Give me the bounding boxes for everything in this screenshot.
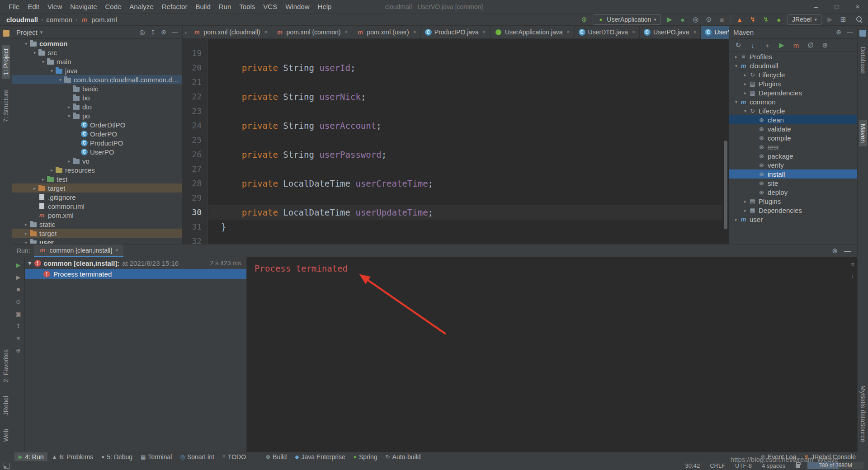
chevron-right-icon[interactable]: ▸ xyxy=(742,81,749,86)
code-line[interactable] xyxy=(221,234,722,244)
tool-button-java-enterprise[interactable]: ◆Java Enterprise xyxy=(291,452,349,461)
project-tree-item-main[interactable]: ▾main xyxy=(12,57,182,66)
layout-icon[interactable]: ⊞ xyxy=(839,15,848,24)
tool-button-5-debug[interactable]: ●5: Debug xyxy=(97,452,137,461)
tool-button-todo[interactable]: ≡TODO xyxy=(218,452,250,461)
line-ending-indicator[interactable]: CRLF xyxy=(705,462,730,469)
maven-tree-item-lifecycle[interactable]: ▾↻Lifecycle xyxy=(729,106,857,115)
project-tree-item-orderdtlpo[interactable]: COrderDtlPO xyxy=(12,120,182,129)
close-icon[interactable]: × xyxy=(632,29,635,35)
editor-tab-userdto-java[interactable]: CUserDTO.java× xyxy=(575,26,640,39)
stripe-item-2-favorites[interactable]: 2: Favorites xyxy=(2,346,10,386)
chevron-down-icon[interactable]: ▾ xyxy=(31,50,38,55)
menu-tools[interactable]: Tools xyxy=(235,1,259,12)
tool-button-build[interactable]: ⊛Build xyxy=(262,452,291,461)
project-tree-item-java[interactable]: ▾java xyxy=(12,66,182,75)
menu-vcs[interactable]: VCS xyxy=(259,1,281,12)
search-everywhere-icon[interactable] xyxy=(856,16,863,23)
chevron-right-icon[interactable]: ▸ xyxy=(742,208,749,213)
stripe-item-maven[interactable]: Maven xyxy=(859,120,867,146)
hide-panel-icon[interactable]: — xyxy=(172,28,178,36)
chevron-down-icon[interactable]: ▾ xyxy=(28,259,32,267)
menu-code[interactable]: Code xyxy=(101,1,125,12)
rerun-icon[interactable]: ▶ xyxy=(14,261,23,269)
maven-tree-item-install[interactable]: ⊛install xyxy=(729,169,857,179)
chevron-down-icon[interactable]: ▾ xyxy=(733,63,740,68)
breadcrumb-item-common[interactable]: common xyxy=(46,16,72,24)
chevron-right-icon[interactable]: ▸ xyxy=(733,54,740,59)
breadcrumb-item-cloudmall[interactable]: cloudmall xyxy=(6,16,38,24)
maven-tree-item-site[interactable]: ⊛site xyxy=(729,179,857,188)
editor-tab-pom-xml-common[interactable]: mpom.xml (common)× xyxy=(272,26,353,39)
chevron-right-icon[interactable]: ▸ xyxy=(66,104,72,109)
maven-tree-item-dependencies[interactable]: ▸▦Dependencies xyxy=(729,206,857,215)
chevron-right-icon[interactable]: ▸ xyxy=(23,231,29,236)
project-tree-item-bo[interactable]: bo xyxy=(12,93,182,102)
maven-tree-item-test[interactable]: ⊛test xyxy=(729,142,857,151)
run-config-combo[interactable]: ●UserApplication▾ xyxy=(593,14,661,25)
chevron-down-icon[interactable]: ▾ xyxy=(23,41,29,46)
code-line[interactable]: private String userId; xyxy=(221,61,722,75)
run-tree-root[interactable]: ▾ ! common [clean,install]: at 2021/8/23… xyxy=(25,257,246,269)
close-button[interactable]: × xyxy=(847,0,868,13)
close-icon[interactable]: × xyxy=(413,29,416,35)
code-line[interactable]: private String userAccount; xyxy=(221,118,722,133)
code-line[interactable] xyxy=(221,191,722,205)
project-tree-item-productpo[interactable]: CProductPO xyxy=(12,138,182,147)
lock-icon[interactable] xyxy=(796,464,800,468)
maven-tree-item-clean[interactable]: ⊛clean xyxy=(729,115,857,124)
stripe-item-1-project[interactable]: 1: Project xyxy=(2,45,10,79)
close-icon[interactable]: × xyxy=(264,29,268,35)
coverage-button[interactable]: ◎ xyxy=(691,15,700,24)
chevron-right-icon[interactable]: ▸ xyxy=(742,90,749,95)
project-tree-item-common[interactable]: ▾common xyxy=(12,39,182,48)
settings-icon[interactable]: ⊛ xyxy=(832,247,838,255)
build-project-icon[interactable]: ⊛ xyxy=(580,15,589,24)
maven-tree-item-package[interactable]: ⊛package xyxy=(729,151,857,160)
chevron-right-icon[interactable]: ▸ xyxy=(48,168,55,173)
menu-run[interactable]: Run xyxy=(215,1,236,12)
filter-icon[interactable]: ⊙ xyxy=(14,297,23,306)
run-tab[interactable]: m common [clean,install] × xyxy=(34,244,124,257)
chevron-down-icon[interactable]: ▾ xyxy=(40,29,43,35)
rerun-failed-icon[interactable]: ▶ xyxy=(14,273,23,281)
menu-build[interactable]: Build xyxy=(191,1,214,12)
chevron-down-icon[interactable]: ▾ xyxy=(742,108,749,113)
menu-help[interactable]: Help xyxy=(314,1,336,12)
menu-view[interactable]: View xyxy=(43,1,66,12)
run-maven-goal-icon[interactable]: ▶ xyxy=(777,41,786,50)
code-line[interactable] xyxy=(221,104,722,118)
code-line[interactable] xyxy=(221,75,722,89)
project-tree-item-resources[interactable]: ▸resources xyxy=(12,165,182,174)
spring-reload-icon[interactable]: ↯ xyxy=(761,15,770,24)
run-tree-item-process-terminated[interactable]: ! Process terminated xyxy=(25,269,246,279)
tool-button-terminal[interactable]: ▤Terminal xyxy=(137,452,176,461)
editor-tab-userapplication-java[interactable]: UserApplication.java× xyxy=(491,26,575,39)
project-tree-item-gitignore[interactable]: .gitignore xyxy=(12,193,182,202)
settings-icon[interactable]: ⊛ xyxy=(836,28,841,36)
maven-tree-item-lifecycle[interactable]: ▸↻Lifecycle xyxy=(729,70,857,79)
project-tree-item-orderpo[interactable]: COrderPO xyxy=(12,129,182,138)
maven-tree-item-common[interactable]: ▾mcommon xyxy=(729,97,857,106)
tool-window-switcher-icon[interactable] xyxy=(4,463,9,469)
menu-analyze[interactable]: Analyze xyxy=(125,1,157,12)
project-tree-item-userpo[interactable]: CUserPO xyxy=(12,147,182,156)
scroll-tabs-left-icon[interactable]: ‹ xyxy=(183,29,189,36)
chevron-right-icon[interactable]: ▸ xyxy=(733,217,740,222)
code-line[interactable]: private LocalDateTime userCreateTime; xyxy=(221,176,722,191)
maven-tree-item-dependencies[interactable]: ▸▦Dependencies xyxy=(729,88,857,97)
project-tree-item-test[interactable]: ▸test xyxy=(12,174,182,183)
code-line[interactable]: private LocalDateTime userUpdateTime; xyxy=(221,205,722,220)
tool-button-4-run[interactable]: ▶4: Run xyxy=(14,452,47,461)
chevron-down-icon[interactable]: ▾ xyxy=(40,59,47,64)
maven-tree-item-compile[interactable]: ⊛compile xyxy=(729,133,857,142)
menu-file[interactable]: File xyxy=(5,1,24,12)
run-button[interactable]: ▶ xyxy=(665,15,674,24)
bookmark-icon[interactable] xyxy=(3,30,9,37)
scroll-to-end-icon[interactable]: ↓ xyxy=(851,272,854,279)
maven-tree-item-plugins[interactable]: ▸▤Plugins xyxy=(729,197,857,206)
menu-navigate[interactable]: Navigate xyxy=(66,1,101,12)
minimize-button[interactable]: – xyxy=(806,0,826,13)
pin-icon[interactable]: ⊕ xyxy=(14,346,23,354)
close-icon[interactable]: × xyxy=(693,29,696,35)
